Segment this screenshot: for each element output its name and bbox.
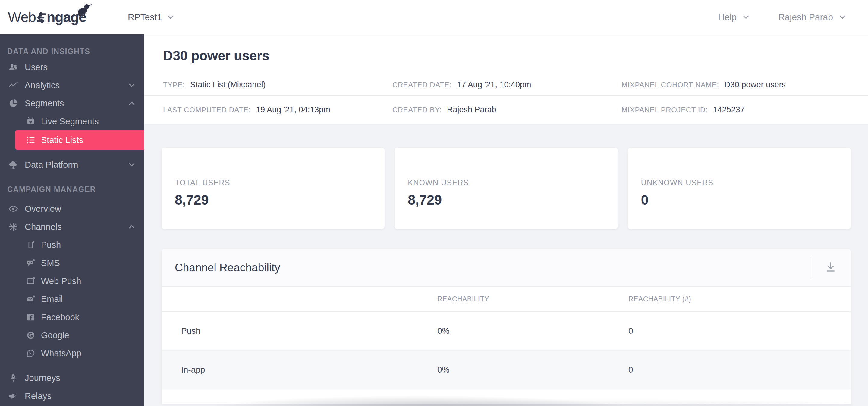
user-menu[interactable]: Rajesh Parab [778,12,847,22]
chevron-down-icon [127,160,136,169]
page-title: D30 power users [163,48,868,64]
sidebar-item-relays[interactable]: Relays [0,387,144,405]
sidebar-item-label: Analytics [25,80,60,90]
sidebar-item-web-push[interactable]: Web Push [0,272,144,290]
users-icon [8,62,19,73]
overview-icon [8,203,19,214]
section-campaign-manager: CAMPAIGN MANAGER [0,182,144,196]
sidebar-item-sms[interactable]: SMS [0,254,144,272]
sidebar-item-data-platform[interactable]: Data Platform [0,156,144,174]
data-platform-icon [8,159,19,170]
sidebar-item-overview[interactable]: Overview [0,200,144,218]
meta-project-id: MIXPANEL PROJECT ID: 1425237 [621,105,868,114]
meta-last-computed: LAST COMPUTED DATE: 19 Aug '21, 04:13pm [163,105,393,114]
sidebar-item-label: WhatsApp [41,348,82,359]
sidebar-item-journeys[interactable]: Journeys [0,369,144,387]
sidebar: DATA AND INSIGHTS Users Analytics Segmen… [0,34,144,406]
sidebar-item-segments[interactable]: Segments [0,94,144,112]
meta-value: Rajesh Parab [447,105,496,114]
meta-value: 19 Aug '21, 04:13pm [256,105,330,114]
logo-text-web: Web [8,9,36,25]
channels-icon [8,222,19,232]
sidebar-item-label: Push [41,240,61,250]
meta-cohort-name: MIXPANEL COHORT NAME: D30 power users [621,80,868,90]
chevron-down-icon [127,81,136,90]
main-content: D30 power users TYPE: Static List (Mixpa… [144,34,868,406]
meta-value: 17 Aug '21, 10:40pm [457,80,531,89]
sidebar-item-label: Static Lists [41,135,83,145]
cell-count: 0 [628,365,851,375]
section-data-and-insights: DATA AND INSIGHTS [0,44,144,58]
sidebar-item-label: Email [41,294,63,304]
chevron-down-icon [166,13,175,22]
project-selector[interactable]: RPTest1 [128,0,175,34]
stat-label: UNKNOWN USERS [641,178,851,187]
chevron-up-icon [127,222,136,231]
analytics-icon [8,80,19,91]
stat-card-unknown-users: UNKNOWN USERS 0 [628,147,851,229]
sidebar-item-static-lists[interactable]: Static Lists [15,130,144,150]
sidebar-item-google[interactable]: Google [0,326,144,344]
top-right-menu: Help Rajesh Parab [718,0,847,34]
meta-row-1: TYPE: Static List (Mixpanel) CREATED DAT… [144,74,868,96]
meta-label: CREATED BY: [393,106,442,114]
meta-value: Static List (Mixpanel) [190,80,266,89]
meta-label: LAST COMPUTED DATE: [163,106,251,114]
table-row-push: Push 0% 0 [161,312,851,350]
stat-value: 8,729 [175,192,384,208]
user-name: Rajesh Parab [778,12,833,22]
sidebar-item-label: Journeys [25,373,60,383]
relays-icon [8,391,19,402]
chevron-down-icon [741,13,750,22]
sidebar-item-label: Google [41,330,69,340]
title-block: D30 power users [144,34,868,74]
sidebar-item-label: SMS [41,258,60,268]
sidebar-item-label: Web Push [41,276,81,286]
stat-card-total-users: TOTAL USERS 8,729 [161,147,384,229]
static-lists-icon [25,135,36,145]
meta-label: MIXPANEL COHORT NAME: [621,81,719,89]
download-icon [824,260,838,275]
stat-value: 0 [641,192,851,208]
email-icon [25,294,36,304]
meta-label: CREATED DATE: [393,81,452,89]
project-name: RPTest1 [128,12,162,22]
help-label: Help [718,12,737,22]
sidebar-item-email[interactable]: Email [0,290,144,308]
sidebar-item-users[interactable]: Users [0,58,144,76]
sidebar-item-whatsapp[interactable]: WhatsApp [0,344,144,362]
webengage-logo[interactable]: Web ngage [8,7,86,27]
segments-icon [8,98,19,109]
live-segments-icon [25,116,36,127]
card-actions [810,249,851,286]
meta-type: TYPE: Static List (Mixpanel) [163,80,393,90]
sidebar-item-label: Channels [25,222,62,232]
sidebar-item-channels[interactable]: Channels [0,218,144,236]
sidebar-item-facebook[interactable]: Facebook [0,308,144,326]
meta-created-date: CREATED DATE: 17 Aug '21, 10:40pm [393,80,621,90]
sidebar-item-label: Data Platform [25,160,78,170]
cell-channel: Push [181,326,437,336]
channel-reachability-title: Channel Reachability [175,262,280,274]
stats-row: TOTAL USERS 8,729 KNOWN USERS 8,729 UNKN… [144,124,868,229]
stat-value: 8,729 [408,192,618,208]
cell-count: 0 [628,326,851,336]
chevron-up-icon [127,99,136,108]
download-button[interactable] [810,260,851,275]
sidebar-item-label: Live Segments [41,116,99,127]
sidebar-item-push[interactable]: Push [0,236,144,254]
logo-e-arrows-icon [37,12,46,23]
meta-value: 1425237 [713,105,745,114]
cell-reachability: 0% [437,365,628,375]
cell-channel: In-app [181,365,437,375]
sidebar-item-live-segments[interactable]: Live Segments [0,112,144,130]
sidebar-item-label: Users [25,62,48,72]
meta-value: D30 power users [724,80,786,89]
journeys-icon [8,373,19,383]
meta-row-2: LAST COMPUTED DATE: 19 Aug '21, 04:13pm … [144,96,868,124]
help-menu[interactable]: Help [718,12,751,22]
channel-reachability-card: Channel Reachability REACHABILITY REACHA… [161,249,851,404]
top-bar: Web ngage RPTest1 [0,0,868,34]
table-row-in-app: In-app 0% 0 [161,350,851,390]
sidebar-item-analytics[interactable]: Analytics [0,76,144,94]
